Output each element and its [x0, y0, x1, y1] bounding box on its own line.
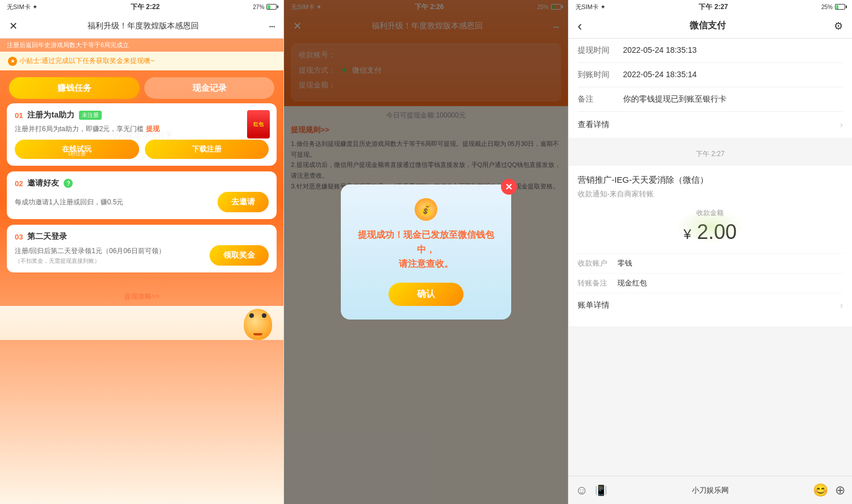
- modal-close-button[interactable]: ✕: [501, 179, 517, 195]
- battery-icon-1: [266, 4, 277, 10]
- sim-label-1: 无SIM卡 ✦: [7, 3, 37, 11]
- withdraw-time-key: 提现时间: [578, 45, 623, 56]
- withdraw-guide-link[interactable]: 提现攻略>>: [0, 287, 283, 306]
- right-icons-3: 25%: [821, 4, 845, 10]
- settings-icon[interactable]: ⚙: [834, 20, 843, 32]
- add-icon[interactable]: ⊕: [835, 483, 845, 498]
- sim-label-3: 无SIM卡 ✦: [575, 3, 606, 11]
- task1-desc: 注册并打6局为ta助力，即赚2元，享无门槛 提现: [15, 124, 269, 134]
- amount-number: 2.00: [697, 220, 737, 243]
- task3-title: 第二天登录: [27, 232, 67, 242]
- phone-panel-3: 无SIM卡 ✦ 下午 2:27 25% ‹ 微信支付 ⚙ 提现时间 2022-0…: [569, 0, 852, 504]
- task1-actions: 在线试玩 1秒注册 下载注册: [15, 140, 269, 159]
- hint-icon: ★: [8, 57, 17, 66]
- detail-chevron-icon: ›: [840, 300, 843, 310]
- tab-record[interactable]: 现金记录: [144, 77, 275, 99]
- task-list: 小刀娱乐 乐于分享 01 注册为ta助力 未注册 注册并打6局为ta助力，即赚2…: [0, 103, 283, 287]
- receipt-subtitle: 收款通知-来自商家转账: [578, 189, 843, 199]
- time-1: 下午 2:22: [131, 2, 160, 12]
- arrive-time-val: 2022-05-24 18:35:14: [623, 70, 843, 79]
- task-card-2: 02 邀请好友 ? 每成功邀请1人注册或回归，赚0.5元 去邀请: [7, 171, 277, 219]
- tab-earn[interactable]: 赚钱任务: [9, 77, 140, 99]
- smiley-icon[interactable]: 😊: [813, 483, 828, 498]
- wechat-pay-content: 提现时间 2022-05-24 18:35:13 到账时间 2022-05-24…: [569, 39, 852, 476]
- modal-overlay: ✕ 💰 提现成功！现金已发放至微信钱包中， 请注意查收。 确认: [284, 0, 567, 504]
- chat-input-bar: ☺ 📳 小刀娱乐网 😊 ⊕: [569, 476, 852, 504]
- battery-icon-3: [835, 4, 845, 10]
- tab-area-1: 赚钱任务 现金记录: [9, 77, 274, 99]
- task3-desc2: （不扣奖金，无需提现直接到账）: [15, 257, 205, 265]
- task1-title: 注册为ta助力: [27, 110, 74, 120]
- status-bar-3: 无SIM卡 ✦ 下午 2:27 25%: [569, 0, 852, 14]
- mascot: [244, 309, 272, 340]
- nav-bar-1: ✕ 福利升级！年度敦煌版本感恩回 ···: [0, 14, 283, 39]
- view-detail-link[interactable]: 查看详情 ›: [578, 112, 843, 138]
- close-icon-1[interactable]: ✕: [9, 20, 18, 32]
- chevron-right-icon: ›: [840, 120, 843, 130]
- back-icon[interactable]: ‹: [578, 18, 582, 34]
- battery-pct-3: 25%: [821, 4, 833, 10]
- arrive-time-row: 到账时间 2022-05-24 18:35:14: [578, 63, 843, 87]
- battery-pct-1: 27%: [253, 4, 264, 10]
- help-icon[interactable]: ?: [64, 179, 73, 188]
- time-separator: 下午 2:27: [569, 142, 852, 166]
- receipt-detail-link[interactable]: 账单详情 ›: [578, 293, 843, 317]
- nav-title-3: 微信支付: [690, 20, 726, 32]
- task2-title: 邀请好友: [27, 178, 59, 188]
- hint-bar-top: ★ 小贴士:通过完成以下任务获取奖金来提现噢~: [0, 52, 283, 70]
- modal-box: ✕ 💰 提现成功！现金已发放至微信钱包中， 请注意查收。 确认: [341, 184, 511, 320]
- voice-icon[interactable]: 📳: [595, 484, 607, 497]
- right-icons-1: 27%: [253, 4, 277, 10]
- task1-tag: 未注册: [79, 111, 102, 120]
- withdraw-time-row: 提现时间 2022-05-24 18:35:13: [578, 39, 843, 63]
- receipt-note-row: 转账备注 现金红包: [578, 273, 843, 293]
- phone-panel-1: 无SIM卡 ✦ 下午 2:22 27% ✕ 福利升级！年度敦煌版本感恩回 ···…: [0, 0, 283, 504]
- emoji-icon[interactable]: ☺: [575, 483, 588, 498]
- time-3: 下午 2:27: [699, 2, 728, 12]
- chat-sender-name: 小刀娱乐网: [614, 485, 806, 495]
- task-card-3: 03 第二天登录 注册/回归后第二天登录领1元（06月06日前可领） （不扣奖金…: [7, 225, 277, 272]
- task3-desc: 注册/回归后第二天登录领1元（06月06日前可领）: [15, 246, 205, 256]
- receipt-account-key: 收款账户: [578, 258, 617, 268]
- more-icon-1[interactable]: ···: [269, 19, 275, 32]
- arrive-time-key: 到账时间: [578, 70, 623, 80]
- remark-key: 备注: [578, 94, 623, 104]
- pay-receipt: 营销推广-IEG-天天爱消除（微信） 收款通知-来自商家转账 收款金额 ¥ 2.…: [569, 166, 852, 326]
- mascot-area: [0, 306, 283, 340]
- success-icon: 💰: [415, 198, 437, 221]
- remark-row: 备注 你的零钱提现已到账至银行卡: [578, 87, 843, 112]
- receipt-note-val: 现金红包: [617, 278, 647, 288]
- receipt-sender: 营销推广-IEG-天天爱消除（微信）: [578, 175, 843, 186]
- phone-panel-2: 无SIM卡 ✦ 下午 2:26 25% ✕ 福利升级！年度敦煌版本感恩回 ···…: [284, 0, 567, 504]
- receipt-account-row: 收款账户 零钱: [578, 253, 843, 273]
- receipt-account-val: 零钱: [617, 258, 632, 268]
- withdraw-time-val: 2022-05-24 18:35:13: [623, 45, 843, 54]
- amount-area: 收款金额 ¥ 2.00: [578, 208, 843, 244]
- notice-bar-1: 注册后返回年史游戏局数大于等于6局完成立: [0, 39, 283, 52]
- nav-title-1: 福利升级！年度敦煌版本感恩回: [87, 21, 199, 31]
- scroll-content-1: 注册后返回年史游戏局数大于等于6局完成立 ★ 小贴士:通过完成以下任务获取奖金来…: [0, 39, 283, 504]
- amount-label: 收款金额: [578, 208, 843, 218]
- task3-num: 03: [15, 233, 23, 241]
- try-play-button[interactable]: 在线试玩 1秒注册: [15, 140, 139, 159]
- status-bar-1: 无SIM卡 ✦ 下午 2:22 27%: [0, 0, 283, 14]
- confirm-button[interactable]: 确认: [389, 283, 463, 306]
- download-register-button[interactable]: 下载注册: [145, 140, 269, 159]
- invite-button[interactable]: 去邀请: [218, 192, 269, 212]
- task1-num: 01: [15, 111, 23, 120]
- modal-icon-area: 💰: [352, 198, 500, 221]
- task-card-1: 小刀娱乐 乐于分享 01 注册为ta助力 未注册 注册并打6局为ta助力，即赚2…: [7, 103, 277, 166]
- task2-num: 02: [15, 179, 23, 188]
- task2-desc: 每成功邀请1人注册或回归，赚0.5元: [15, 197, 123, 207]
- remark-val: 你的零钱提现已到账至银行卡: [623, 94, 843, 104]
- info-card: 提现时间 2022-05-24 18:35:13 到账时间 2022-05-24…: [569, 39, 852, 138]
- receipt-note-key: 转账备注: [578, 278, 617, 288]
- claim-reward-button[interactable]: 领取奖金: [210, 245, 269, 266]
- red-envelope: [247, 110, 270, 138]
- currency-symbol: ¥: [684, 226, 691, 242]
- amount-value: ¥ 2.00: [578, 220, 843, 244]
- modal-title: 提现成功！现金已发放至微信钱包中， 请注意查收。: [352, 228, 500, 271]
- nav-bar-3: ‹ 微信支付 ⚙: [569, 14, 852, 39]
